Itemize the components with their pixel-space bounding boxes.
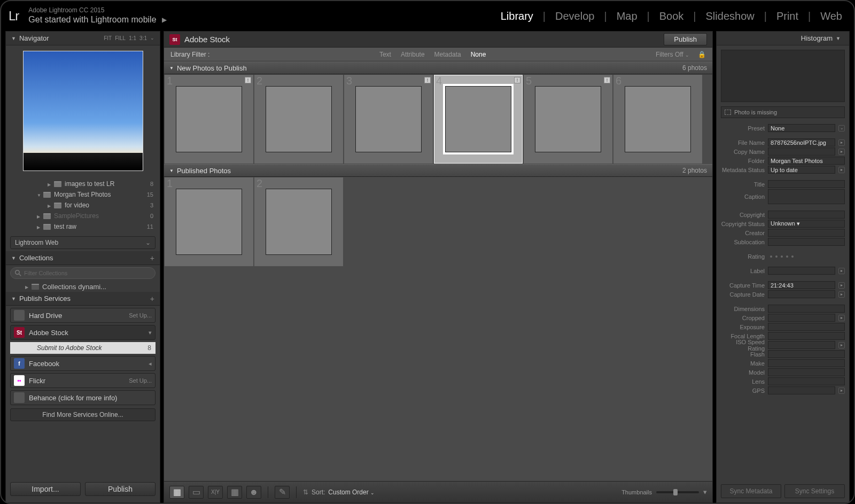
disclosure-icon[interactable]: ▼	[169, 66, 174, 71]
publish-services-header[interactable]: ▼ Publish Services +	[6, 292, 160, 306]
meta-value-dimensions[interactable]	[768, 305, 845, 313]
field-icon[interactable]: ▸	[838, 315, 845, 321]
field-icon[interactable]: ▸	[838, 282, 845, 289]
add-collection-icon[interactable]: +	[150, 254, 154, 262]
photo-missing-banner[interactable]: Photo is missing	[721, 106, 845, 118]
thumb-cell[interactable]: 5!	[523, 74, 613, 164]
thumb-cell[interactable]: 2	[254, 177, 344, 267]
sort-dropdown[interactable]: Custom Order ⌄	[328, 489, 375, 496]
grid-view-button[interactable]: ▦	[169, 486, 184, 499]
meta-value-sublocation[interactable]	[768, 238, 845, 246]
collection-item[interactable]: ▶ Collections dynami...	[6, 281, 160, 292]
module-slideshow[interactable]: Slideshow	[702, 10, 759, 22]
compare-view-button[interactable]: X|Y	[208, 486, 223, 499]
publish-action-button[interactable]: Publish	[664, 33, 707, 45]
painter-button[interactable]: ✎	[275, 486, 290, 499]
folder-row[interactable]: ▶for video3	[6, 200, 160, 211]
meta-value-caption[interactable]	[768, 189, 845, 204]
lightroom-web-button[interactable]: Lightroom Web ⌄	[10, 236, 156, 249]
module-library[interactable]: Library	[496, 10, 538, 22]
field-icon[interactable]: ▸	[838, 149, 845, 155]
mobile-banner[interactable]: Get started with Lightroom mobile	[28, 14, 156, 26]
module-map[interactable]: Map	[612, 10, 642, 22]
meta-value-make[interactable]	[768, 359, 845, 367]
module-book[interactable]: Book	[655, 10, 688, 22]
module-develop[interactable]: Develop	[551, 10, 598, 22]
meta-value-capture-time[interactable]: 21:24:43	[768, 281, 835, 289]
folder-row[interactable]: ▼Morgan Test Photos15	[6, 189, 160, 200]
disclosure-icon[interactable]: ▼	[37, 193, 40, 196]
meta-value-folder[interactable]: Morgan Test Photos	[768, 157, 845, 165]
thumb-cell[interactable]: 1	[164, 177, 254, 267]
field-icon[interactable]: ▸	[838, 291, 845, 298]
meta-value-file-name[interactable]: 87876256noIPTC.jpg	[768, 138, 835, 146]
filter-tab-metadata[interactable]: Metadata	[434, 51, 461, 58]
service-action[interactable]: Set Up...	[129, 377, 152, 384]
find-more-services-button[interactable]: Find More Services Online...	[10, 408, 156, 421]
field-icon[interactable]: ▸	[838, 139, 845, 146]
disclosure-icon[interactable]: ▶	[48, 182, 51, 185]
meta-value-copyright-status[interactable]: Unknown ▾	[768, 220, 845, 228]
meta-value-copy-name[interactable]	[768, 148, 835, 156]
dropdown-icon[interactable]: ⌄	[838, 125, 845, 131]
loupe-view-button[interactable]: ▭	[189, 486, 204, 499]
service-action[interactable]: Set Up...	[129, 312, 152, 319]
zoom-1-1[interactable]: 1:1	[129, 35, 136, 41]
meta-value-iso-speed-rating[interactable]	[768, 341, 835, 349]
rating-control[interactable]	[768, 255, 794, 258]
navigator-header[interactable]: ▼ Navigator FITFILL1:13:1⌄	[6, 32, 160, 45]
meta-value-metadata-status[interactable]: Up to date	[768, 166, 835, 174]
import-button[interactable]: Import...	[10, 482, 81, 496]
zoom-FIT[interactable]: FIT	[104, 35, 112, 41]
sync-metadata-button[interactable]: Sync Metadata	[721, 484, 781, 498]
thumb-size-slider[interactable]	[656, 491, 699, 493]
section-new-photos[interactable]: ▼ New Photos to Publish 6 photos	[164, 61, 712, 74]
meta-value-focal-length[interactable]	[768, 332, 845, 340]
filter-tab-attribute[interactable]: Attribute	[401, 51, 425, 58]
disclosure-icon[interactable]: ▼	[836, 36, 841, 41]
meta-value-creator[interactable]	[768, 229, 845, 237]
folder-row[interactable]: ▶SamplePictures0	[6, 211, 160, 221]
collections-header[interactable]: ▼ Collections +	[6, 251, 160, 265]
section-published[interactable]: ▼ Published Photos 2 photos	[164, 164, 712, 177]
sort-direction-icon[interactable]: ⇅	[303, 489, 308, 496]
toolbar-menu-icon[interactable]: ▾	[703, 488, 707, 496]
filter-tab-text[interactable]: Text	[379, 51, 391, 58]
module-web[interactable]: Web	[816, 10, 846, 22]
field-icon[interactable]: ▸	[838, 342, 845, 348]
meta-value-capture-date[interactable]	[768, 290, 835, 298]
thumb-cell[interactable]: 2	[254, 74, 344, 164]
service-action[interactable]: ◂	[149, 360, 152, 367]
survey-view-button[interactable]: ▦	[227, 486, 242, 499]
thumb-cell[interactable]: 3!	[344, 74, 433, 164]
service-adobe-stock[interactable]: StAdobe Stock▾	[10, 325, 156, 340]
label-input[interactable]	[768, 267, 835, 275]
module-print[interactable]: Print	[772, 10, 803, 22]
service-action[interactable]: ▾	[149, 329, 152, 336]
field-icon[interactable]: ▸	[838, 167, 845, 173]
meta-value-copyright[interactable]	[768, 211, 845, 219]
thumb-cell[interactable]: 6	[613, 74, 703, 164]
service-sub-item[interactable]: Submit to Adobe Stock8	[10, 342, 156, 354]
zoom-3-1[interactable]: 3:1	[139, 35, 147, 41]
disclosure-icon[interactable]: ▼	[169, 168, 174, 173]
meta-value-cropped[interactable]	[768, 314, 835, 322]
disclosure-icon[interactable]: ▼	[11, 296, 16, 301]
thumb-cell-selected[interactable]: 4!	[433, 74, 523, 164]
meta-value-model[interactable]	[768, 368, 845, 376]
people-view-button[interactable]: ☻	[246, 486, 261, 499]
meta-value-gps[interactable]	[768, 386, 835, 394]
service-behance-click-for-more-info-[interactable]: Behance (click for more info)	[10, 390, 156, 405]
disclosure-icon[interactable]: ▶	[37, 225, 40, 228]
disclosure-icon[interactable]: ▶	[25, 285, 28, 288]
filter-tab-none[interactable]: None	[471, 51, 486, 58]
thumb-cell[interactable]: 1!	[164, 74, 254, 164]
navigator-preview[interactable]	[6, 45, 160, 176]
meta-value-title[interactable]	[768, 180, 845, 188]
disclosure-icon[interactable]: ▼	[11, 36, 16, 41]
disclosure-icon[interactable]: ▶	[37, 214, 40, 218]
meta-value-exposure[interactable]	[768, 323, 845, 331]
disclosure-icon[interactable]: ▼	[11, 255, 16, 261]
service-hard-drive[interactable]: Hard DriveSet Up...	[10, 308, 156, 323]
service-facebook[interactable]: fFacebook◂	[10, 356, 156, 371]
